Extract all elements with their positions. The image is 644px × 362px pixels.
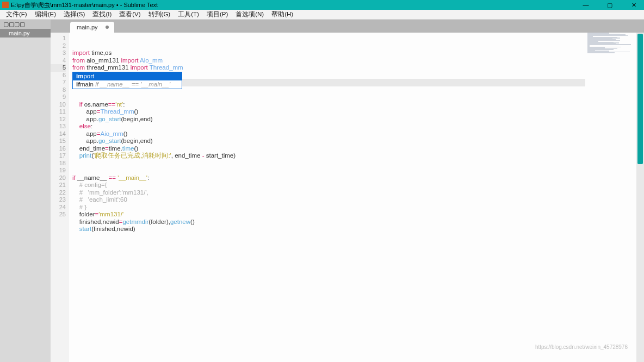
sidebar-group[interactable]: ▢▢▢▢ xyxy=(0,20,51,29)
title-bar: E:\py自学\爬虫\mm131-master\main.py • - Subl… xyxy=(0,0,644,10)
scrollbar-thumb[interactable] xyxy=(637,34,643,164)
tab-bar: main.py xyxy=(51,20,644,33)
code-area[interactable]: import time,osfrom aio_mm131 import Aio_… xyxy=(69,33,644,362)
menu-item[interactable]: 工具(T) xyxy=(174,10,203,18)
menu-item[interactable]: 帮助(H) xyxy=(268,10,297,18)
autocomplete-item[interactable]: import xyxy=(73,72,182,80)
tab-mainpy[interactable]: main.py xyxy=(70,22,114,33)
menu-item[interactable]: 转到(G) xyxy=(145,10,175,18)
tab-dirty-icon xyxy=(106,26,109,29)
minimize-button[interactable]: — xyxy=(582,1,590,9)
app-icon xyxy=(2,2,9,8)
menu-item[interactable]: 编辑(E) xyxy=(31,10,60,18)
menu-item[interactable]: 查看(V) xyxy=(115,10,144,18)
menu-item[interactable]: 首选项(N) xyxy=(232,10,268,18)
menu-item[interactable]: 查找(I) xyxy=(89,10,115,18)
vertical-scrollbar[interactable] xyxy=(636,33,644,362)
minimap[interactable] xyxy=(585,33,636,362)
window-title: E:\py自学\爬虫\mm131-master\main.py • - Subl… xyxy=(11,1,582,9)
tab-label: main.py xyxy=(77,24,98,30)
sidebar: ▢▢▢▢ main.py xyxy=(0,20,51,362)
editor[interactable]: 1234567891011121314151617181920212223242… xyxy=(51,33,644,362)
line-gutter: 1234567891011121314151617181920212223242… xyxy=(51,33,69,362)
maximize-button[interactable]: ▢ xyxy=(606,1,614,9)
sidebar-file[interactable]: main.py xyxy=(0,29,51,38)
close-button[interactable]: ✕ xyxy=(630,1,637,9)
menu-item[interactable]: 项目(P) xyxy=(203,10,232,18)
editor-main: main.py 12345678910111213141516171819202… xyxy=(51,20,644,362)
menu-item[interactable]: 选择(S) xyxy=(60,10,89,18)
watermark: https://blog.csdn.net/weixin_45728976 xyxy=(535,344,628,350)
window-buttons: — ▢ ✕ xyxy=(582,1,642,9)
menu-item[interactable]: 文件(F) xyxy=(2,10,31,18)
autocomplete-item[interactable]: ifmain if __name__ == '__main__' xyxy=(73,80,182,89)
autocomplete-popup[interactable]: import ifmain if __name__ == '__main__' xyxy=(72,72,182,89)
menu-bar: 文件(F)编辑(E)选择(S)查找(I)查看(V)转到(G)工具(T)项目(P)… xyxy=(0,10,644,20)
